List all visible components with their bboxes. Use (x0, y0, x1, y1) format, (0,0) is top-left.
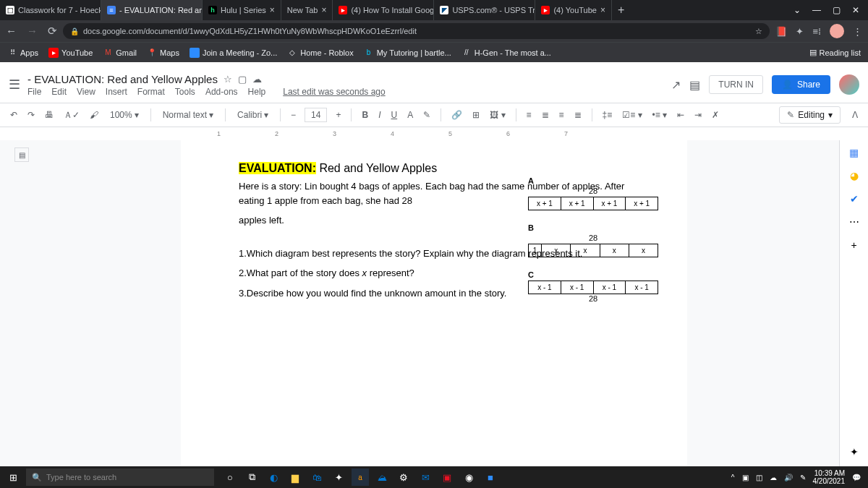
format-menu[interactable]: Format (137, 87, 165, 97)
text-color-icon[interactable]: A (404, 108, 416, 122)
maps-bookmark[interactable]: 📍Maps (147, 48, 179, 58)
address-bar[interactable]: 🔒 docs.google.com/document/d/1wwyQdXdLH5… (63, 23, 770, 39)
print-icon[interactable]: 🖶 (42, 108, 56, 122)
browser-tab[interactable]: ≡- EVALUATION: Red and× (101, 0, 203, 20)
tools-menu[interactable]: Tools (175, 87, 195, 97)
calendar-icon[interactable]: ▦ (848, 146, 861, 159)
browser-tab[interactable]: ◤USPS.com® - USPS Tra× (434, 0, 535, 20)
tray-pen-icon[interactable]: ✎ (800, 474, 806, 481)
browser-tab[interactable]: ▸(4) YouTube× (535, 0, 612, 20)
zoom-bookmark[interactable]: Join a Meeting - Zo... (190, 48, 277, 58)
account-avatar[interactable] (839, 74, 859, 95)
profile-avatar[interactable] (830, 24, 844, 38)
view-menu[interactable]: View (77, 87, 95, 97)
close-window-icon[interactable]: ✕ (852, 5, 859, 15)
mail-icon[interactable]: ✉ (417, 468, 434, 486)
photos-icon[interactable]: ⛰ (373, 468, 391, 486)
bullet-list-icon[interactable]: •≡ ▾ (650, 108, 671, 122)
playlist-icon[interactable]: ≡⁞ (812, 26, 821, 37)
highlight-icon[interactable]: ✎ (420, 108, 433, 122)
decrease-indent-icon[interactable]: ⇤ (674, 108, 687, 122)
align-right-icon[interactable]: ≡ (556, 108, 567, 122)
maximize-icon[interactable]: ▢ (833, 5, 841, 15)
underline-icon[interactable]: U (388, 108, 400, 122)
comment-history-icon[interactable]: ▤ (689, 78, 700, 92)
document-title[interactable]: - EVALUATION: Red and Yellow Apples (27, 73, 218, 85)
outline-toggle-icon[interactable]: ▤ (14, 147, 29, 162)
insert-menu[interactable]: Insert (106, 87, 127, 97)
font-size-input[interactable]: 14 (305, 108, 327, 122)
explore-icon[interactable]: ✦ (848, 445, 861, 458)
align-center-icon[interactable]: ≣ (539, 108, 552, 122)
redo-icon[interactable]: ↷ (25, 108, 38, 122)
tasks-icon[interactable]: ✔ (848, 192, 861, 205)
line-spacing-icon[interactable]: ‡≡ (600, 108, 616, 122)
extension-icon[interactable]: 📕 (775, 26, 787, 37)
settings-icon[interactable]: ⚙ (395, 468, 412, 486)
star-icon[interactable]: ☆ (224, 74, 232, 85)
roblox-bookmark[interactable]: ◇Home - Roblox (287, 48, 353, 58)
minimize-icon[interactable]: — (812, 5, 821, 15)
close-tab-icon[interactable]: × (600, 5, 605, 15)
align-justify-icon[interactable]: ≣ (571, 108, 584, 122)
browser-tab[interactable]: ▸(4) How To Install Goog× (333, 0, 434, 20)
edge-icon[interactable]: ◐ (265, 468, 282, 486)
zoom-taskbar-icon[interactable]: ■ (482, 468, 499, 486)
chrome-taskbar-icon[interactable]: ◉ (460, 468, 477, 486)
youtube-bookmark[interactable]: ▸YouTube (48, 48, 93, 58)
bartleby-bookmark[interactable]: bMy Tutoring | bartle... (364, 48, 451, 58)
app-icon[interactable]: ✦ (330, 468, 347, 486)
activity-icon[interactable]: ↗ (671, 78, 681, 92)
cortana-icon[interactable]: ○ (221, 468, 239, 486)
gmail-bookmark[interactable]: MGmail (103, 48, 137, 58)
star-bookmark-icon[interactable]: ☆ (755, 27, 762, 36)
add-sidepanel-icon[interactable]: + (848, 239, 861, 252)
paragraph-style-select[interactable]: Normal text ▾ (158, 108, 218, 121)
media-icon[interactable]: ▣ (438, 468, 456, 486)
browser-tab[interactable]: New Tab× (281, 0, 333, 20)
tray-onedrive-icon[interactable]: ☁ (770, 474, 777, 481)
horizontal-ruler[interactable]: 1 2 3 4 5 6 7 (0, 127, 868, 140)
file-menu[interactable]: File (27, 87, 41, 97)
zoom-select[interactable]: 100% ▾ (106, 108, 143, 121)
help-menu[interactable]: Help (248, 87, 266, 97)
last-edit-link[interactable]: Last edit was seconds ago (283, 87, 385, 97)
bold-icon[interactable]: B (359, 108, 371, 122)
reading-list-button[interactable]: ▤Reading list (809, 48, 861, 57)
spellcheck-icon[interactable]: Ａ✓ (61, 107, 82, 124)
share-button[interactable]: 👤Share (772, 75, 830, 94)
italic-icon[interactable]: I (375, 108, 383, 122)
forward-icon[interactable]: → (27, 25, 38, 38)
close-tab-icon[interactable]: × (270, 5, 275, 15)
extensions-puzzle-icon[interactable]: ✦ (796, 26, 804, 37)
font-select[interactable]: Calibri ▾ (233, 108, 273, 121)
move-icon[interactable]: ▢ (238, 74, 247, 85)
new-tab-button[interactable]: + (612, 4, 630, 17)
keep-icon[interactable]: ◕ (848, 169, 861, 182)
increase-font-icon[interactable]: + (333, 108, 344, 122)
start-button[interactable]: ⊞ (0, 472, 26, 483)
tray-display-icon[interactable]: ▣ (742, 474, 749, 481)
taskbar-clock[interactable]: 10:39 AM 4/20/2021 (813, 469, 846, 485)
paint-format-icon[interactable]: 🖌 (87, 108, 101, 122)
addons-menu[interactable]: Add-ons (205, 87, 238, 97)
document-page[interactable]: EVALUATION: Red and Yellow Apples Here i… (181, 140, 687, 487)
docs-menu-icon[interactable]: ☰ (9, 77, 20, 93)
editing-mode-select[interactable]: ✎Editing ▾ (779, 106, 841, 124)
checklist-icon[interactable]: ☑≡ ▾ (619, 108, 644, 122)
insert-image-icon[interactable]: 🖼 ▾ (487, 108, 508, 122)
insert-link-icon[interactable]: 🔗 (448, 108, 465, 122)
apps-bookmark[interactable]: ⠿Apps (7, 48, 38, 58)
amazon-icon[interactable]: a (352, 468, 369, 486)
chevron-down-icon[interactable]: ⌄ (793, 5, 801, 15)
collapse-toolbar-icon[interactable]: ᐱ (849, 108, 861, 122)
file-explorer-icon[interactable]: ▆ (286, 468, 304, 486)
cloud-status-icon[interactable]: ☁ (252, 74, 262, 85)
task-view-icon[interactable]: ⧉ (243, 468, 260, 486)
increase-indent-icon[interactable]: ⇥ (692, 108, 705, 122)
tray-volume-icon[interactable]: 🔊 (784, 474, 793, 481)
align-left-icon[interactable]: ≡ (524, 108, 535, 122)
chrome-menu-icon[interactable]: ⋮ (853, 26, 862, 37)
turn-in-button[interactable]: TURN IN (709, 75, 763, 94)
edit-menu[interactable]: Edit (51, 87, 67, 97)
